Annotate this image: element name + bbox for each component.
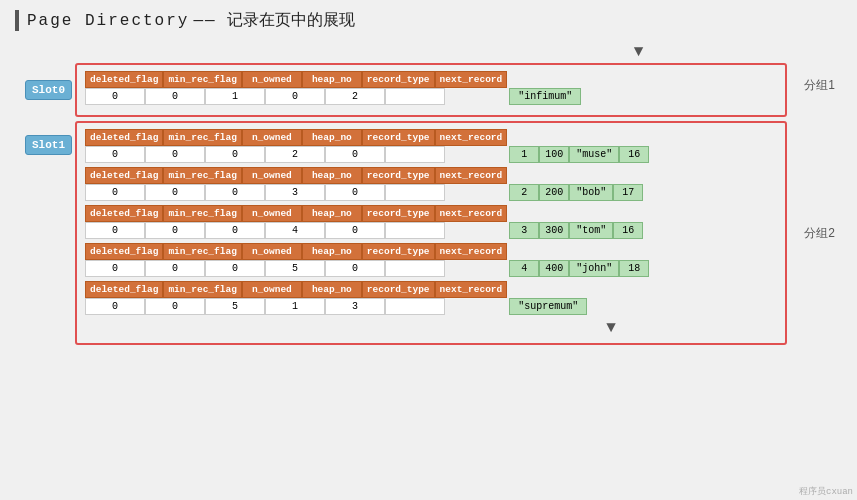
val-deleted: 0 <box>85 88 145 105</box>
infimum-header-spacer <box>509 72 581 88</box>
infimum-special-col: "infimum" <box>509 72 581 105</box>
record-block-1: deleted_flag min_rec_flag n_owned heap_n… <box>85 167 507 201</box>
group2-label: 分组2 <box>804 225 835 242</box>
record-extra-2: 3 300 "tom" 16 <box>509 206 643 239</box>
infimum-block: deleted_flag min_rec_flag n_owned heap_n… <box>85 71 507 105</box>
data-record-3: deleted_flag min_rec_flag n_owned heap_n… <box>85 243 777 277</box>
supremum-special-col: "supremum" <box>509 282 587 315</box>
hdr-next-record: next_record <box>435 71 508 88</box>
data-record-0: deleted_flag min_rec_flag n_owned heap_n… <box>85 129 777 163</box>
infimum-value: "infimum" <box>509 88 581 105</box>
infimum-record: deleted_flag min_rec_flag n_owned heap_n… <box>85 71 777 105</box>
group1-box: Slot0 分组1 deleted_flag min_rec_flag n_ow… <box>75 63 787 117</box>
record-extra-1: 2 200 "bob" 17 <box>509 168 643 201</box>
record-block-2: deleted_flag min_rec_flag n_owned heap_n… <box>85 205 507 239</box>
data-record-2: deleted_flag min_rec_flag n_owned heap_n… <box>85 205 777 239</box>
hdr-min-rec-flag: min_rec_flag <box>163 71 241 88</box>
page: Page Directory —— 记录在页中的展现 ▼ Slot0 分组1 d… <box>0 0 857 500</box>
infimum-special-block: "infimum" <box>509 72 581 105</box>
title-separator: —— <box>193 12 216 30</box>
title-area: Page Directory —— 记录在页中的展现 <box>15 10 842 31</box>
val-rectype: 2 <box>325 88 385 105</box>
group1-label: 分组1 <box>804 77 835 94</box>
val-heapno: 0 <box>265 88 325 105</box>
top-arrow: ▼ <box>435 43 842 61</box>
record-extra-0: 1 100 "muse" 16 <box>509 130 649 163</box>
record-block-3: deleted_flag min_rec_flag n_owned heap_n… <box>85 243 507 277</box>
supremum-record: deleted_flag min_rec_flag n_owned heap_n… <box>85 281 777 315</box>
group2-box: Slot1 分组2 deleted_flag min_rec_flag n_ow… <box>75 121 787 345</box>
title-chinese: 记录在页中的展现 <box>227 10 355 31</box>
hdr-record-type: record_type <box>362 71 435 88</box>
val-nextrecord <box>385 88 445 105</box>
supremum-block: deleted_flag min_rec_flag n_owned heap_n… <box>85 281 507 315</box>
hdr-deleted-flag: deleted_flag <box>85 71 163 88</box>
title-monospace: Page Directory <box>27 12 189 30</box>
record-block-0: deleted_flag min_rec_flag n_owned heap_n… <box>85 129 507 163</box>
bottom-arrow: ▼ <box>445 319 777 337</box>
slot0-label: Slot0 <box>25 80 72 100</box>
hdr-n-owned: n_owned <box>242 71 302 88</box>
record-extra-3: 4 400 "john" 18 <box>509 244 649 277</box>
hdr-heap-no: heap_no <box>302 71 362 88</box>
val-minrec: 0 <box>145 88 205 105</box>
diagram-area: ▼ Slot0 分组1 deleted_flag min_rec_flag n_… <box>75 43 842 345</box>
slot1-label: Slot1 <box>25 135 72 155</box>
watermark: 程序员cxuan <box>799 485 853 498</box>
data-record-1: deleted_flag min_rec_flag n_owned heap_n… <box>85 167 777 201</box>
supremum-value: "supremum" <box>509 298 587 315</box>
val-nowned: 1 <box>205 88 265 105</box>
